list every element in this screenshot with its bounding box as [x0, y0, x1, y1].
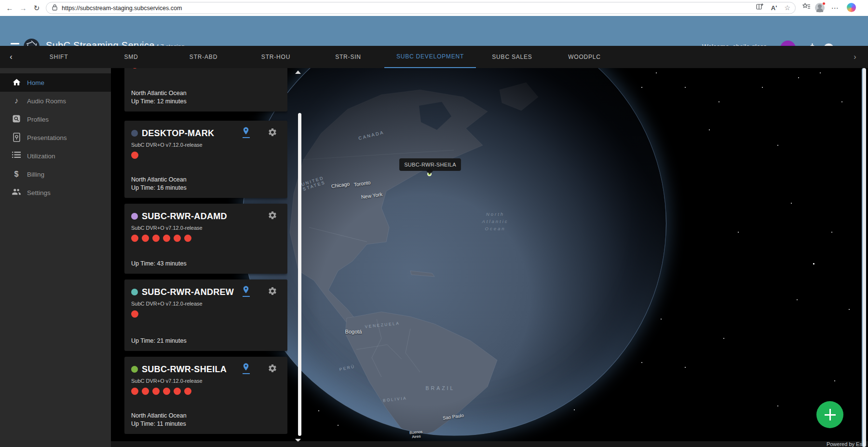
device-uptime: Up Time: 16 minutes [131, 184, 187, 192]
star [820, 72, 821, 73]
device-subtitle: SubC DVR+O v7.12.0-release [131, 142, 281, 148]
list-scroll-up-icon[interactable] [295, 70, 301, 74]
sidebar-item-label: Home [27, 79, 44, 86]
star [849, 309, 850, 310]
stream-indicator-dot [152, 388, 160, 395]
settings-gear-icon[interactable] [267, 286, 278, 298]
page-scrollbar[interactable] [862, 68, 866, 447]
location-pin-icon[interactable] [240, 126, 252, 138]
sidebar-item-label: Settings [27, 189, 51, 196]
device-location: North Atlantic Ocean [131, 89, 187, 98]
url-text: https://subcstream-staging.subcservices.… [62, 5, 182, 12]
map-attribution: Powered by Esri [111, 441, 868, 447]
location-pin-icon[interactable] [240, 363, 252, 374]
device-subtitle: SubC DVR+O v7.12.0-release [131, 301, 281, 307]
stream-indicator-dot [184, 235, 191, 242]
add-device-button[interactable] [816, 401, 843, 428]
sidebar-item-audio-rooms[interactable]: ♪Audio Rooms [0, 92, 111, 110]
star [723, 338, 724, 339]
sidebar: Home♪Audio RoomsProfilesPresentationsUti… [0, 68, 111, 447]
status-dot [131, 130, 138, 137]
settings-gear-icon[interactable] [267, 210, 278, 222]
utilization-icon [12, 151, 21, 161]
sidebar-item-presentations[interactable]: Presentations [0, 128, 111, 147]
tabs-scroll-right-icon[interactable]: › [848, 46, 862, 68]
sidebar-item-profiles[interactable]: Profiles [0, 110, 111, 128]
stream-indicator-dot [142, 388, 149, 395]
star [831, 232, 832, 233]
refresh-icon[interactable]: ↻ [30, 1, 43, 15]
location-pin-icon[interactable] [240, 285, 252, 297]
profiles-icon [12, 114, 21, 124]
device-uptime: Up Time: 12 minutes [131, 98, 187, 106]
sidebar-item-settings[interactable]: Settings [0, 183, 111, 202]
tab-smd[interactable]: SMD [95, 46, 167, 68]
device-card-subc-rwr-andrew[interactable]: SUBC-RWR-ANDREWSubC DVR+O v7.12.0-releas… [124, 279, 287, 351]
device-subtitle: SubC DVR+O v7.12.0-release [131, 225, 281, 231]
status-dot [131, 213, 138, 220]
tab-subc-sales[interactable]: SUBC SALES [476, 46, 548, 68]
tab-str-abd[interactable]: STR-ABD [167, 46, 240, 68]
star [797, 299, 798, 300]
star [777, 405, 778, 406]
stream-indicator-dot [131, 235, 138, 242]
stream-indicators [131, 388, 281, 395]
back-icon[interactable]: ← [3, 1, 16, 15]
device-uptime: Up Time: 11 minutes [131, 420, 187, 428]
globe [242, 68, 666, 436]
star [709, 129, 710, 130]
sidebar-item-billing[interactable]: $Billing [0, 165, 111, 183]
tab-woodplc[interactable]: WOODPLC [548, 46, 621, 68]
stream-indicator-dot [174, 235, 181, 242]
star [661, 319, 662, 320]
stream-indicator-dot [163, 388, 170, 395]
map-tooltip: SUBC-RWR-SHEILA [399, 158, 461, 171]
map-canvas[interactable]: CANADAUNITED STATESChicagoTorontoNew Yor… [111, 68, 868, 447]
star [719, 101, 719, 102]
device-status-text: Up Time: 21 minutes [131, 337, 187, 345]
settings-gear-icon[interactable] [267, 127, 278, 139]
profile-icon[interactable] [815, 3, 825, 13]
star [338, 425, 339, 426]
tab-str-hou[interactable]: STR-HOU [240, 46, 312, 68]
settings-gear-icon[interactable] [267, 363, 278, 375]
split-screen-icon[interactable] [754, 3, 765, 14]
device-status-text: North Atlantic OceanUp Time: 16 minutes [131, 176, 187, 192]
forward-icon[interactable]: → [16, 1, 30, 15]
home-icon [12, 78, 21, 87]
tab-str-sin[interactable]: STR-SIN [312, 46, 384, 68]
star [798, 77, 799, 78]
device-card[interactable]: North Atlantic OceanUp Time: 12 minutes [124, 68, 287, 112]
address-bar[interactable]: https://subcstream-staging.subcservices.… [46, 2, 796, 14]
star [738, 232, 739, 233]
sidebar-item-utilization[interactable]: Utilization [0, 147, 111, 165]
tabs-scroll-left-icon[interactable]: ‹ [4, 46, 18, 68]
billing-icon: $ [12, 169, 21, 179]
list-scrollbar[interactable] [298, 113, 301, 436]
status-dot [131, 366, 138, 373]
stream-indicators [131, 310, 281, 318]
device-card-subc-rwr-adamd[interactable]: SUBC-RWR-ADAMDSubC DVR+O v7.12.0-release… [124, 204, 287, 274]
presentations-icon [12, 133, 21, 142]
favorites-bar-icon[interactable] [801, 3, 812, 14]
stream-indicators [131, 235, 281, 242]
sidebar-item-label: Profiles [27, 116, 49, 123]
copilot-icon[interactable] [847, 3, 856, 12]
star [641, 362, 642, 363]
stream-indicator-dot [131, 68, 138, 69]
star [656, 72, 657, 73]
device-uptime: Up Time: 43 minutes [131, 260, 187, 268]
more-icon[interactable]: ⋯ [829, 3, 840, 14]
tab-subc-development[interactable]: SUBC DEVELOPMENT [384, 46, 476, 68]
star [834, 380, 835, 381]
device-subtitle: SubC DVR+O v7.12.0-release [131, 378, 281, 384]
read-aloud-icon[interactable]: Aʹ [769, 3, 779, 14]
sidebar-item-home[interactable]: Home [0, 73, 111, 92]
tab-shift[interactable]: SHIFT [23, 46, 95, 68]
app-header: SubC Streaming Service v4.4.7-staging We… [0, 16, 868, 46]
stream-indicators [131, 68, 281, 69]
device-name: DESKTOP-MARK [142, 128, 214, 139]
device-card-desktop-mark[interactable]: DESKTOP-MARKSubC DVR+O v7.12.0-releaseNo… [124, 121, 287, 198]
device-card-subc-rwr-sheila[interactable]: SUBC-RWR-SHEILASubC DVR+O v7.12.0-releas… [124, 357, 287, 434]
favorite-star-icon[interactable]: ☆ [784, 4, 790, 12]
